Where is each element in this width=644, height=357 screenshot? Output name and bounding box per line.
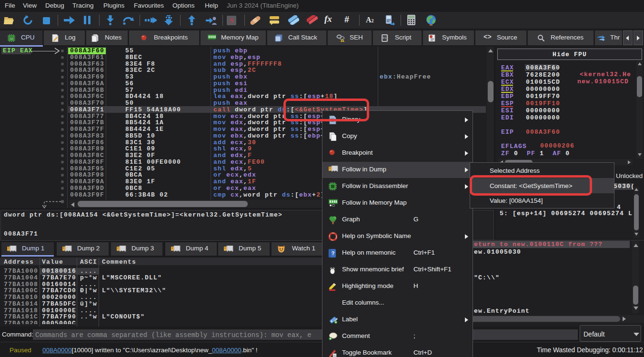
svg-text:01: 01 (382, 36, 386, 40)
svg-text:S: S (230, 17, 233, 24)
svg-text:n: n (334, 354, 335, 357)
svg-text:?: ? (332, 250, 335, 256)
